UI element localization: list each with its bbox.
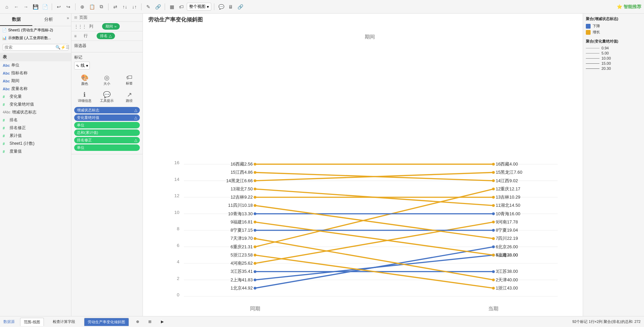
label-btn[interactable]: 🏷 标签 bbox=[119, 72, 140, 88]
field-indicator-name[interactable]: Abc 指标名称 bbox=[0, 69, 71, 77]
pill-rank-adjust[interactable]: 排名修正 △ bbox=[74, 137, 140, 143]
field-unit[interactable]: Abc 单位 bbox=[0, 61, 71, 69]
tab-analysis[interactable]: 分析 bbox=[32, 14, 65, 26]
path-btn[interactable]: ↗ 路径 bbox=[119, 89, 140, 105]
field-period[interactable]: Abc 期间 bbox=[0, 77, 71, 85]
search-bar[interactable]: 🔍 ⚡ ☰ bbox=[3, 44, 68, 51]
tooltip-mark-label: 工具提示 bbox=[100, 98, 114, 103]
right-label-8: 8宁夏19.04 bbox=[496, 228, 518, 233]
y-tick-4: 4 bbox=[177, 259, 180, 264]
field-period-label: 期间 bbox=[11, 78, 19, 84]
field-cumulative[interactable]: # 累计值 bbox=[0, 132, 71, 140]
swap-icon[interactable]: ⇄ bbox=[111, 3, 119, 11]
field-measure-value[interactable]: # 度量值 bbox=[0, 147, 71, 155]
field-rank-adjust-label: 排名修正 bbox=[10, 125, 26, 131]
tooltip-btn[interactable]: 💬 工具提示 bbox=[97, 89, 118, 105]
field-change[interactable]: # 变化量 bbox=[0, 93, 71, 100]
sep2 bbox=[75, 3, 76, 10]
filter-icon[interactable]: ⚡ bbox=[61, 45, 66, 50]
size-label-2: 5.00 bbox=[601, 51, 609, 55]
section-table: 表 bbox=[0, 53, 71, 61]
forward-icon[interactable]: → bbox=[22, 3, 30, 11]
back-icon[interactable]: ← bbox=[12, 3, 20, 11]
y-tick-6: 6 bbox=[177, 243, 180, 248]
add-datasource-icon[interactable]: ⊕ bbox=[78, 3, 86, 11]
data-source-label[interactable]: 数据源 bbox=[3, 319, 15, 324]
field-unit-label: 单位 bbox=[11, 62, 19, 68]
smart-recommend[interactable]: ⭐ 智能推荐 bbox=[617, 4, 641, 10]
chart-svg: 排名 期间 0 2 4 6 8 10 12 14 16 bbox=[163, 30, 576, 315]
tab-range-line[interactable]: 范围-线图 bbox=[20, 318, 44, 326]
right-panel: 聚合(增减状态标志) 下降 增长 聚合(变化量绝对值) 0.94 5.00 bbox=[583, 14, 644, 316]
smart-recommend-label: 智能推荐 bbox=[624, 4, 641, 10]
sample-data-item[interactable]: 📊 示例数据 (人工坐席听数... bbox=[0, 34, 71, 42]
field-change-abs[interactable]: # 变化量绝对值 bbox=[0, 100, 71, 108]
sort-asc-icon[interactable]: ↑↓ bbox=[121, 3, 129, 11]
monitor-icon[interactable]: 🖥 bbox=[227, 3, 235, 11]
left-panel: 数据 分析 » 📄 Sheet1 (劳动生产率指标-2) 📊 示例数据 (人工坐… bbox=[0, 14, 71, 316]
tab-check-fields[interactable]: 检查计算字段 bbox=[49, 318, 79, 326]
field-count[interactable]: # Sheet1 (计数) bbox=[0, 140, 71, 147]
x-label-right: 当期 bbox=[488, 306, 498, 311]
share-icon[interactable]: 🔗 bbox=[236, 3, 244, 11]
tab-data[interactable]: 数据 bbox=[0, 14, 32, 26]
pill-unit2[interactable]: 单位 bbox=[74, 144, 140, 151]
pill-rank-adjust-label: 排名修正 bbox=[77, 138, 92, 143]
pill-status-icon: △ bbox=[134, 108, 137, 112]
hash-icon1: # bbox=[3, 95, 8, 99]
copy-icon[interactable]: ⧉ bbox=[97, 3, 105, 11]
sep1 bbox=[52, 3, 52, 10]
table-icon[interactable]: ▦ bbox=[168, 3, 176, 11]
add-sheet-icon[interactable]: ⊕ bbox=[134, 318, 141, 325]
y-tick-12: 12 bbox=[174, 193, 179, 198]
list-icon[interactable]: ☰ bbox=[66, 45, 69, 50]
tab-slope-chart[interactable]: 劳动生产率变化倾斜图 bbox=[84, 318, 129, 326]
size-line-1 bbox=[586, 48, 599, 48]
view-dropdown[interactable]: 整个视图 ▾ bbox=[187, 3, 211, 11]
dot-left-16 bbox=[254, 163, 257, 166]
legend-color-blue bbox=[586, 24, 591, 29]
grid-icon[interactable]: ⊞ bbox=[147, 318, 153, 325]
label-icon[interactable]: 🏷 bbox=[177, 3, 185, 11]
path-icon: ↗ bbox=[127, 91, 132, 98]
pill-cumulative[interactable]: 总和(累计值) bbox=[74, 129, 140, 136]
field-rank-adjust[interactable]: # 排名修正 bbox=[0, 124, 71, 132]
left-label-11: 11四川10.18 bbox=[228, 203, 253, 208]
dot-right-1 bbox=[492, 287, 495, 290]
rows-label: 行 bbox=[84, 33, 94, 39]
new-icon[interactable]: 📄 bbox=[41, 3, 49, 11]
right-label-10: 10青海16.00 bbox=[496, 211, 520, 216]
sort-desc-icon[interactable]: ↓↑ bbox=[130, 3, 138, 11]
dot-right-3 bbox=[492, 270, 495, 273]
redo-icon[interactable]: ↪ bbox=[64, 3, 72, 11]
pill-status[interactable]: 增减状态标志 △ bbox=[74, 107, 140, 113]
pill-change-abs[interactable]: 变化量绝对值 △ bbox=[74, 114, 140, 121]
marks-type-select[interactable]: ∿ 线 ▾ bbox=[74, 62, 90, 69]
size-btn[interactable]: ◎ 大小 bbox=[97, 72, 118, 88]
highlight-icon[interactable]: ✎ bbox=[144, 3, 152, 11]
dot-right-10 bbox=[492, 213, 495, 215]
left-label-3: 3江苏35.41 bbox=[231, 269, 253, 274]
detail-btn[interactable]: ℹ 详细信息 bbox=[74, 89, 95, 105]
right-label-14: 14江西9.02 bbox=[496, 178, 518, 183]
search-input[interactable] bbox=[4, 45, 55, 50]
field-status[interactable]: 4Abc 增减状态标志 bbox=[0, 108, 71, 116]
right-label-11: 11湖北14.50 bbox=[496, 203, 520, 208]
pill-unit1[interactable]: 单位 bbox=[74, 122, 140, 128]
rows-pill[interactable]: 排名 △ bbox=[97, 33, 115, 39]
undo-icon[interactable]: ↩ bbox=[55, 3, 63, 11]
columns-pill[interactable]: 期间 ≈ bbox=[102, 23, 120, 30]
home-icon[interactable]: ⌂ bbox=[3, 3, 11, 11]
collapse-left-panel[interactable]: » bbox=[65, 14, 71, 26]
paste-icon[interactable]: 📋 bbox=[88, 3, 96, 11]
tooltip-icon[interactable]: 💬 bbox=[217, 3, 225, 11]
view-label: 整个视图 bbox=[189, 4, 205, 10]
sheet-item[interactable]: 📄 Sheet1 (劳动生产率指标-2) bbox=[0, 26, 71, 34]
group-icon[interactable]: 🔗 bbox=[154, 3, 162, 11]
color-btn[interactable]: 🎨 颜色 bbox=[74, 72, 95, 88]
save-icon[interactable]: 💾 bbox=[31, 3, 39, 11]
field-rank[interactable]: # 排名 bbox=[0, 116, 71, 124]
present-icon[interactable]: ▶ bbox=[159, 318, 166, 325]
legend-size-title: 聚合(变化量绝对值) bbox=[586, 39, 641, 44]
field-measure-name[interactable]: Abc 度量名称 bbox=[0, 85, 71, 93]
